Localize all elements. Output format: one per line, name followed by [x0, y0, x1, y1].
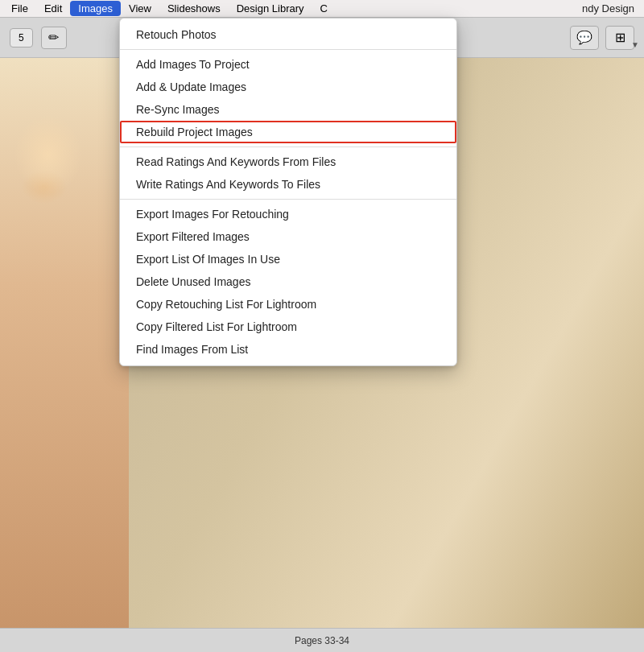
menu-item-add-images-to-project[interactable]: Add Images To Project: [120, 53, 456, 76]
images-dropdown-menu: Retouch PhotosAdd Images To ProjectAdd &…: [119, 18, 457, 366]
menu-item-export-filtered-images[interactable]: Export Filtered Images: [120, 225, 456, 248]
menu-edit[interactable]: Edit: [36, 1, 70, 16]
menubar: File Edit Images View Slideshows Design …: [0, 0, 644, 18]
menu-view[interactable]: View: [121, 1, 159, 16]
menu-item-copy-filtered-list-for-lightroom[interactable]: Copy Filtered List For Lightroom: [120, 316, 456, 338]
statusbar: Pages 33-34: [0, 628, 644, 652]
menu-item-export-list-of-images-in-use[interactable]: Export List Of Images In Use: [120, 248, 456, 270]
menu-extra[interactable]: C: [312, 1, 336, 16]
app-title-right: ndy Design: [582, 2, 641, 14]
comment-icon: 💬: [576, 30, 592, 45]
toolbar-right-icons: 💬 ⊞: [570, 26, 634, 50]
menu-item-write-ratings-and-keywords-to-files[interactable]: Write Ratings And Keywords To Files: [120, 173, 456, 196]
menu-slideshows[interactable]: Slideshows: [159, 1, 229, 16]
dropdown-arrow-icon[interactable]: ▼: [631, 40, 639, 49]
grid-icon-button[interactable]: ⊞: [605, 26, 634, 50]
menu-item-retouch-photos[interactable]: Retouch Photos: [120, 23, 456, 46]
page-indicator-button[interactable]: 5: [10, 28, 33, 47]
menu-item-rebuild-project-images[interactable]: Rebuild Project Images: [120, 121, 456, 143]
menu-separator-6: [120, 199, 456, 200]
pages-label: Pages 33-34: [295, 635, 349, 646]
menu-file[interactable]: File: [3, 1, 36, 16]
menu-images[interactable]: Images: [70, 1, 121, 16]
menu-item-re-sync-images[interactable]: Re-Sync Images: [120, 98, 456, 121]
photo-left: [0, 58, 129, 628]
menu-separator-0: [120, 49, 456, 50]
pencil-icon: ✏: [48, 30, 59, 45]
page-number: 5: [19, 32, 24, 43]
menu-item-delete-unused-images[interactable]: Delete Unused Images: [120, 270, 456, 293]
menu-separator-4: [120, 146, 456, 147]
comment-icon-button[interactable]: 💬: [570, 26, 599, 50]
menu-item-find-images-from-list[interactable]: Find Images From List: [120, 338, 456, 361]
photo-face: [0, 58, 129, 628]
menu-item-copy-retouching-list-for-lightroom[interactable]: Copy Retouching List For Lightroom: [120, 293, 456, 316]
menu-item-export-images-for-retouching[interactable]: Export Images For Retouching: [120, 203, 456, 225]
menu-item-add-&-update-images[interactable]: Add & Update Images: [120, 76, 456, 98]
menu-item-read-ratings-and-keywords-from-files[interactable]: Read Ratings And Keywords From Files: [120, 151, 456, 173]
pencil-button[interactable]: ✏: [41, 27, 67, 49]
grid-icon: ⊞: [615, 30, 625, 45]
menu-design-library[interactable]: Design Library: [229, 1, 312, 16]
